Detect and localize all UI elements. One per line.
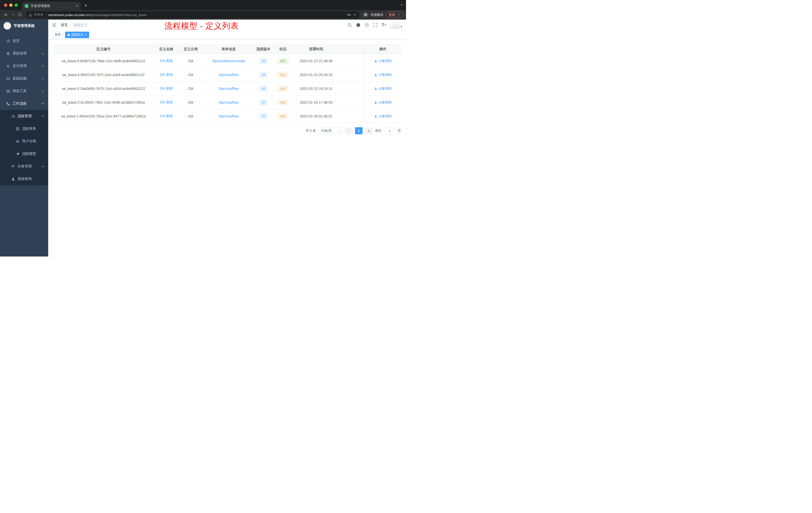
document-icon — [16, 127, 20, 131]
goto-page-input[interactable] — [384, 127, 395, 134]
assign-rule-link[interactable]: 分配规则 — [374, 100, 392, 105]
assign-rule-link[interactable]: 分配规则 — [374, 114, 392, 118]
sidebar-item-leave-query[interactable]: 请假查询 — [0, 173, 48, 185]
font-size-button[interactable]: TT — [381, 23, 386, 28]
table-body: oa_leave:5:004b710b-7b8a-11ec-8ef0-acde4… — [53, 54, 401, 123]
app-root: 芋道管理系统 首页 系统管理 ¥ 支付管理 基础设施 — [0, 20, 406, 256]
col-spacer — [339, 44, 365, 54]
browser-menu-icon[interactable]: ⋮ — [397, 13, 401, 17]
sidebar-item-process-mgmt[interactable]: 流程管理 — [0, 110, 48, 122]
minimize-window-button[interactable] — [9, 3, 12, 7]
incognito-label: 无痕模式 — [370, 12, 383, 17]
github-button[interactable] — [356, 23, 360, 28]
sidebar: 芋道管理系统 首页 系统管理 ¥ 支付管理 基础设施 — [0, 20, 48, 256]
status-tag: 挂起 — [278, 99, 289, 105]
sidebar-item-devtools[interactable]: 研发工具 — [0, 85, 48, 97]
assign-user-icon — [374, 101, 377, 104]
form-info-link[interactable]: /bpm/oa/leave/create — [212, 59, 245, 63]
sidebar-item-process-form[interactable]: 流程表单 — [0, 122, 48, 135]
tag-close-icon[interactable]: × — [85, 33, 87, 36]
url-path: /bpm/manager/definition?key=oa_leave — [89, 13, 146, 17]
current-page-button[interactable]: 1 — [355, 127, 362, 134]
next-page-button[interactable]: › — [365, 127, 373, 134]
browser-window: 芋道管理系统 × + ▾ 不安全 | dashboard.yudao.iocod… — [0, 0, 406, 20]
prev-page-button[interactable]: ‹ — [345, 127, 352, 134]
fullscreen-button[interactable] — [373, 23, 378, 28]
user-avatar — [390, 21, 400, 29]
definition-id: oa_leave:1:482ec033-762a-11ec-8477-a2380… — [61, 114, 146, 118]
pagination-total: 共 5 条 — [306, 128, 316, 133]
col-definition-name: 定义名称 — [154, 44, 179, 54]
forward-arrow-icon — [11, 13, 15, 17]
table-row: oa_leave:1:482ec033-762a-11ec-8477-a2380… — [53, 110, 401, 123]
assign-rule-link[interactable]: 分配规则 — [374, 59, 392, 63]
sidebar-item-infrastructure[interactable]: 基础设施 — [0, 72, 48, 85]
new-tab-button[interactable]: + — [84, 2, 87, 8]
security-label: 不安全 — [34, 12, 44, 17]
user-menu[interactable]: ▾ — [390, 21, 402, 29]
definition-name-link[interactable]: OA 请假 — [160, 114, 173, 118]
sidebar-item-task-mgmt[interactable]: 任务管理 — [0, 160, 48, 173]
tag-home[interactable]: 首页 — [52, 32, 63, 38]
page-size-select[interactable]: 10条/页 ▾ — [318, 127, 343, 134]
form-info-link[interactable]: /bpm/oa/flow — [219, 114, 238, 118]
sidebar-item-user-group[interactable]: 用户分组 — [0, 135, 48, 148]
search-button[interactable] — [347, 23, 352, 28]
active-tag-dot — [67, 34, 69, 36]
version-tag: v4 — [259, 72, 268, 78]
definition-category: OA — [188, 114, 193, 118]
app-title: 芋道管理系统 — [13, 24, 35, 28]
definition-name-link[interactable]: OA 请假 — [160, 59, 173, 63]
password-key-icon[interactable] — [347, 13, 351, 17]
security-status[interactable]: 不安全 — [29, 12, 44, 17]
sidebar-item-workflow[interactable]: 工作流程 — [0, 97, 48, 110]
help-button[interactable]: ? — [364, 23, 369, 28]
address-bar[interactable]: 不安全 | dashboard.yudao.iocoder.cn/bpm/man… — [26, 11, 359, 18]
tab-close-icon[interactable]: × — [76, 4, 78, 8]
assign-user-icon — [374, 87, 377, 90]
sidebar-item-home[interactable]: 首页 — [0, 35, 48, 47]
definition-name-link[interactable]: OA 请假 — [160, 72, 173, 77]
assign-rule-link[interactable]: 分配规则 — [374, 86, 392, 91]
tasks-flag-icon — [11, 164, 15, 169]
chevron-up-icon — [42, 115, 44, 118]
page-annotation: 流程模型 - 定义列表 — [165, 21, 238, 32]
reload-button[interactable] — [17, 11, 24, 18]
tag-process-definition[interactable]: 流程定义 × — [65, 32, 89, 38]
assign-rule-link[interactable]: 分配规则 — [374, 72, 392, 77]
forward-button[interactable] — [9, 11, 17, 18]
table-row: oa_leave:5:004b710b-7b8a-11ec-8ef0-acde4… — [53, 54, 401, 68]
workflow-icon — [6, 102, 10, 105]
assign-user-icon — [374, 115, 377, 118]
update-button[interactable]: 更新 ⋮ — [386, 11, 404, 18]
breadcrumb-home[interactable]: 首页 — [61, 23, 68, 27]
col-definition-id: 定义编号 — [53, 44, 154, 54]
form-info-link[interactable]: /bpm/oa/flow — [219, 100, 238, 104]
sidebar-collapse-button[interactable] — [52, 23, 57, 27]
site-favicon-icon — [25, 4, 28, 8]
sidebar-logo: 芋道管理系统 — [0, 20, 48, 32]
form-info-link[interactable]: /bpm/oa/flow — [219, 87, 238, 91]
definition-name-link[interactable]: OA 请假 — [160, 86, 173, 91]
table-row: oa_leave:3:1fad3d93-7b75-11ec-a3c8-acde4… — [53, 82, 401, 96]
sidebar-item-process-model[interactable]: 流程模型 — [0, 148, 48, 160]
close-window-button[interactable] — [4, 3, 7, 7]
definition-name-link[interactable]: OA 请假 — [160, 100, 173, 105]
zoom-window-button[interactable] — [14, 3, 18, 7]
sidebar-item-system[interactable]: 系统管理 — [0, 47, 48, 60]
yen-icon: ¥ — [6, 64, 10, 68]
deploy-time: 2022-01-16 17:46:53 — [300, 100, 332, 104]
back-button[interactable] — [2, 11, 9, 18]
version-tag: v3 — [259, 86, 268, 92]
warning-triangle-icon — [29, 13, 32, 17]
chevron-down-icon — [42, 90, 44, 92]
col-status: 状态 — [272, 44, 293, 54]
form-info-link[interactable]: /bpm/oa/flow — [219, 73, 238, 77]
incognito-indicator: 无痕模式 — [362, 12, 383, 18]
tab-search-button[interactable]: ▾ — [401, 3, 403, 6]
url-text: dashboard.yudao.iocoder.cn/bpm/manager/d… — [48, 13, 146, 17]
browser-tab[interactable]: 芋道管理系统 × — [22, 2, 81, 10]
bookmark-star-icon[interactable]: ☆ — [353, 13, 356, 17]
breadcrumb: 首页 / 流程定义 — [61, 23, 87, 27]
sidebar-item-payment[interactable]: ¥ 支付管理 — [0, 60, 48, 72]
